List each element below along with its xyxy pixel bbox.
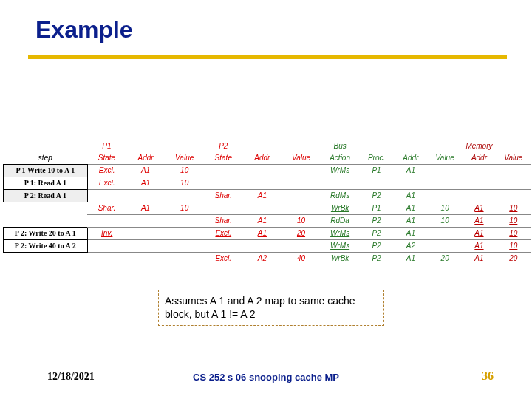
bus-addr: A2 <box>394 240 428 253</box>
p2-addr <box>243 165 282 177</box>
bus-proc: P2 <box>359 240 393 253</box>
p1-value <box>165 240 204 253</box>
bus-value: 10 <box>428 215 462 228</box>
bus-proc: P1 <box>359 165 393 177</box>
hdr-p1-value: Value <box>165 152 204 165</box>
p1-addr <box>126 190 166 202</box>
bus-value: 20 <box>428 253 462 265</box>
p1-value <box>165 215 204 228</box>
hdr-bus-proc: Proc. <box>359 152 393 165</box>
step-cell <box>4 253 88 265</box>
bus-proc: P2 <box>359 190 393 202</box>
table-header-top: P1 P2 Bus Memory <box>4 140 531 152</box>
hdr-bus-value: Value <box>428 152 462 165</box>
p2-state <box>204 165 243 177</box>
bus-proc <box>359 177 393 190</box>
step-cell: P 1 Write 10 to A 1 <box>4 165 88 177</box>
p2-value <box>282 190 321 202</box>
bus-addr: A1 <box>394 190 428 202</box>
p1-value <box>165 190 204 202</box>
p1-addr: A1 <box>126 202 166 215</box>
bus-proc: P1 <box>359 202 393 215</box>
p1-state <box>87 253 126 265</box>
bus-action: WrBk <box>321 253 360 265</box>
hdr-p2-addr: Addr <box>243 152 282 165</box>
p1-addr: A1 <box>126 165 166 177</box>
bus-action: WrMs <box>321 165 360 177</box>
hdr-mem-addr: Addr <box>462 152 496 165</box>
mem-addr: A1 <box>462 240 496 253</box>
bus-action <box>321 177 360 190</box>
p1-value: 10 <box>165 202 204 215</box>
footer-page-number: 36 <box>482 369 494 383</box>
mem-addr: A1 <box>462 228 496 240</box>
hdr-bus-action: Action <box>321 152 360 165</box>
p2-value: 40 <box>282 253 321 265</box>
step-cell <box>4 202 88 215</box>
bus-value: 10 <box>428 202 462 215</box>
mem-addr <box>462 177 496 190</box>
mem-value: 10 <box>497 228 531 240</box>
p2-value <box>282 177 321 190</box>
p1-addr: A1 <box>126 177 166 190</box>
mem-addr <box>462 190 496 202</box>
table-row: Excl.A240WrBkP2A120A120 <box>4 253 531 265</box>
p1-value <box>165 253 204 265</box>
p2-addr <box>243 177 282 190</box>
mem-addr: A1 <box>462 215 496 228</box>
table-row: Shar.A110WrBkP1A110A110 <box>4 202 531 215</box>
hdr-p1-addr: Addr <box>126 152 166 165</box>
p2-value <box>282 240 321 253</box>
hdr-mem: Memory <box>462 140 496 152</box>
p2-addr: A1 <box>243 215 282 228</box>
p2-state: Excl. <box>204 253 243 265</box>
p1-addr <box>126 215 166 228</box>
p1-value: 10 <box>165 165 204 177</box>
step-cell: P 1: Read A 1 <box>4 177 88 190</box>
p1-state: Excl. <box>87 177 126 190</box>
bus-value <box>428 190 462 202</box>
bus-addr: A1 <box>394 165 428 177</box>
hdr-p1: P1 <box>87 140 126 152</box>
title-rule <box>28 55 507 59</box>
mem-value <box>497 165 531 177</box>
p2-state: Shar. <box>204 190 243 202</box>
step-cell <box>4 215 88 228</box>
p1-addr <box>126 228 166 240</box>
step-cell: P 2: Write 20 to A 1 <box>4 228 88 240</box>
p1-state: Shar. <box>87 202 126 215</box>
hdr-p2: P2 <box>204 140 243 152</box>
p2-state: Excl. <box>204 228 243 240</box>
p1-value: 10 <box>165 177 204 190</box>
mem-addr: A1 <box>462 202 496 215</box>
mem-value <box>497 177 531 190</box>
page-title: Example <box>35 16 133 44</box>
p2-addr: A1 <box>243 190 282 202</box>
bus-value <box>428 240 462 253</box>
hdr-step-top <box>4 140 88 152</box>
table-row: P 1: Read A 1Excl.A110 <box>4 177 531 190</box>
mem-addr: A1 <box>462 253 496 265</box>
note-box: Assumes A 1 and A 2 map to same cache bl… <box>158 290 384 326</box>
hdr-p2-state: State <box>204 152 243 165</box>
hdr-bus: Bus <box>321 140 360 152</box>
table-row: P 1 Write 10 to A 1Excl.A110WrMsP1A1 <box>4 165 531 177</box>
cache-table: P1 P2 Bus Memory step State Addr Value S… <box>3 140 531 265</box>
p2-addr <box>243 240 282 253</box>
p2-value: 10 <box>282 215 321 228</box>
p2-addr: A1 <box>243 228 282 240</box>
bus-proc: P2 <box>359 228 393 240</box>
bus-addr: A1 <box>394 253 428 265</box>
footer-center: CS 252 s 06 snooping cache MP <box>0 372 532 383</box>
p2-state: Shar. <box>204 215 243 228</box>
table-row: P 2: Write 40 to A 2WrMsP2A2A110 <box>4 240 531 253</box>
hdr-p1-state: State <box>87 152 126 165</box>
bus-action: RdMs <box>321 190 360 202</box>
p1-state: Inv. <box>87 228 126 240</box>
table-header-sub: step State Addr Value State Addr Value A… <box>4 152 531 165</box>
step-cell: P 2: Read A 1 <box>4 190 88 202</box>
bus-value <box>428 165 462 177</box>
mem-addr <box>462 165 496 177</box>
p1-state <box>87 240 126 253</box>
hdr-bus-addr: Addr <box>394 152 428 165</box>
